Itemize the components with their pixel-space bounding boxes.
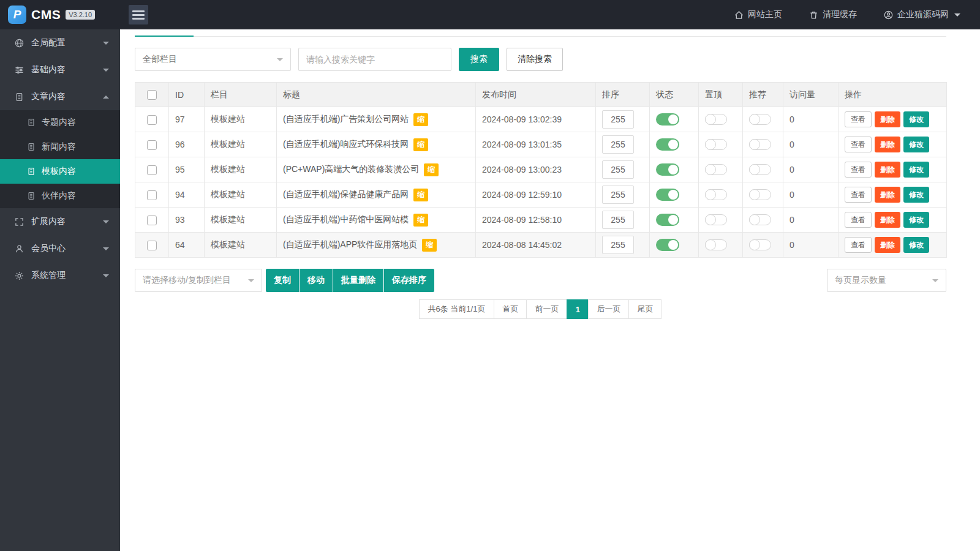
header-link-trash[interactable]: 清理缓存	[809, 9, 857, 20]
row-title[interactable]: (自适应手机端)APP软件应用落地页	[283, 239, 417, 249]
cell-top	[699, 208, 743, 233]
edit-button[interactable]: 修改	[903, 212, 929, 228]
row-title[interactable]: (自适应手机端)响应式环保科技网	[283, 139, 409, 149]
sort-input[interactable]	[602, 110, 634, 129]
sidebar-subitem-专题内容[interactable]: 专题内容	[0, 110, 120, 135]
cell-recommend	[743, 132, 783, 157]
sidebar-item-会员中心[interactable]: 会员中心	[0, 235, 120, 262]
view-button[interactable]: 查看	[845, 162, 872, 178]
sidebar-item-label: 基础内容	[31, 64, 66, 75]
row-title[interactable]: (PC+WAP)高端大气的装修装潢公司	[283, 164, 419, 174]
status-toggle[interactable]	[656, 239, 679, 251]
sidebar-item-基础内容[interactable]: 基础内容	[0, 56, 120, 83]
search-input[interactable]	[298, 48, 451, 71]
recommend-toggle[interactable]	[749, 114, 771, 125]
row-checkbox[interactable]	[147, 165, 157, 175]
clear-search-button[interactable]: 清除搜索	[507, 48, 563, 71]
move-copy-select[interactable]: 请选择移动/复制到栏目	[135, 269, 262, 292]
row-checkbox[interactable]	[147, 241, 157, 250]
sidebar-item-文章内容[interactable]: 文章内容	[0, 83, 120, 110]
first-page-button[interactable]: 首页	[494, 299, 527, 319]
row-checkbox[interactable]	[147, 115, 157, 125]
header-link-label: 企业猫源码网	[897, 9, 949, 20]
batch-delete-button[interactable]: 批量删除	[333, 269, 383, 292]
status-toggle[interactable]	[656, 113, 679, 126]
row-title[interactable]: (自适应手机端)广告策划公司网站	[283, 114, 409, 124]
delete-button[interactable]: 删除	[875, 137, 900, 152]
header-link-user[interactable]: 企业猫源码网	[884, 9, 960, 20]
status-toggle[interactable]	[656, 189, 679, 201]
sidebar-subitem-模板内容[interactable]: 模板内容	[0, 159, 120, 184]
move-button[interactable]: 移动	[300, 269, 333, 292]
view-button[interactable]: 查看	[845, 212, 872, 228]
recommend-toggle[interactable]	[749, 189, 771, 200]
sort-input[interactable]	[602, 211, 634, 229]
toggle-knob	[749, 164, 760, 175]
view-button[interactable]: 查看	[845, 111, 872, 127]
sidebar-item-系统管理[interactable]: 系统管理	[0, 262, 120, 289]
prev-page-button[interactable]: 前一页	[526, 299, 567, 319]
header-link-home[interactable]: 网站主页	[734, 9, 782, 20]
category-select[interactable]: 全部栏目	[135, 48, 291, 71]
column-header-标题: 标题	[277, 83, 476, 107]
app-name: CMS	[31, 7, 61, 22]
edit-button[interactable]: 修改	[903, 237, 929, 253]
sort-input[interactable]	[602, 160, 634, 179]
row-title[interactable]: (自适应手机端)中药馆中医网站模	[283, 214, 409, 224]
menu-toggle-button[interactable]	[129, 5, 148, 24]
view-button[interactable]: 查看	[845, 237, 872, 253]
row-checkbox[interactable]	[147, 216, 157, 225]
recommend-toggle[interactable]	[749, 214, 771, 225]
sort-input[interactable]	[602, 186, 634, 204]
row-checkbox[interactable]	[147, 190, 157, 200]
edit-button[interactable]: 修改	[903, 162, 929, 178]
recommend-toggle[interactable]	[749, 164, 771, 175]
cell-status	[650, 132, 699, 157]
edit-button[interactable]: 修改	[903, 111, 929, 127]
view-button[interactable]: 查看	[845, 187, 872, 203]
gear-icon	[15, 271, 24, 280]
top-toggle[interactable]	[705, 164, 727, 175]
view-button[interactable]: 查看	[845, 137, 872, 152]
cell-recommend	[743, 208, 783, 233]
row-checkbox[interactable]	[147, 140, 157, 150]
sort-input[interactable]	[602, 236, 634, 254]
delete-button[interactable]: 删除	[875, 187, 900, 203]
top-toggle[interactable]	[705, 114, 727, 125]
recommend-toggle[interactable]	[749, 239, 771, 250]
row-title[interactable]: (自适应手机端)保健品健康产品网	[283, 189, 409, 199]
status-toggle[interactable]	[656, 214, 679, 226]
save-sort-button[interactable]: 保存排序	[384, 269, 434, 292]
delete-button[interactable]: 删除	[875, 212, 900, 228]
status-toggle[interactable]	[656, 138, 679, 151]
top-toggle[interactable]	[705, 189, 727, 200]
sidebar-item-全局配置[interactable]: 全局配置	[0, 29, 120, 56]
status-toggle[interactable]	[656, 163, 679, 176]
cell-recommend	[743, 157, 783, 182]
cell-id: 64	[169, 233, 205, 258]
sidebar-subitem-伙伴内容[interactable]: 伙伴内容	[0, 184, 120, 208]
column-header-栏目: 栏目	[205, 83, 277, 107]
top-toggle[interactable]	[705, 214, 727, 225]
select-all-checkbox[interactable]	[147, 90, 157, 100]
toggle-knob	[749, 139, 760, 150]
edit-button[interactable]: 修改	[903, 137, 929, 152]
sidebar-submenu: 专题内容新闻内容模板内容伙伴内容	[0, 110, 120, 208]
next-page-button[interactable]: 后一页	[588, 299, 629, 319]
delete-button[interactable]: 删除	[875, 237, 900, 253]
edit-button[interactable]: 修改	[903, 187, 929, 203]
top-toggle[interactable]	[705, 239, 727, 250]
copy-button[interactable]: 复制	[266, 269, 299, 292]
recommend-toggle[interactable]	[749, 139, 771, 150]
sidebar-item-扩展内容[interactable]: 扩展内容	[0, 208, 120, 235]
page-size-select[interactable]: 每页显示数量	[827, 269, 946, 292]
delete-button[interactable]: 删除	[875, 162, 900, 178]
page-number-button[interactable]: 1	[567, 299, 589, 319]
top-toggle[interactable]	[705, 139, 727, 150]
toggle-knob	[705, 164, 716, 175]
last-page-button[interactable]: 尾页	[628, 299, 662, 319]
delete-button[interactable]: 删除	[875, 111, 900, 127]
search-button[interactable]: 搜索	[459, 48, 499, 71]
sort-input[interactable]	[602, 135, 634, 154]
sidebar-subitem-新闻内容[interactable]: 新闻内容	[0, 135, 120, 159]
